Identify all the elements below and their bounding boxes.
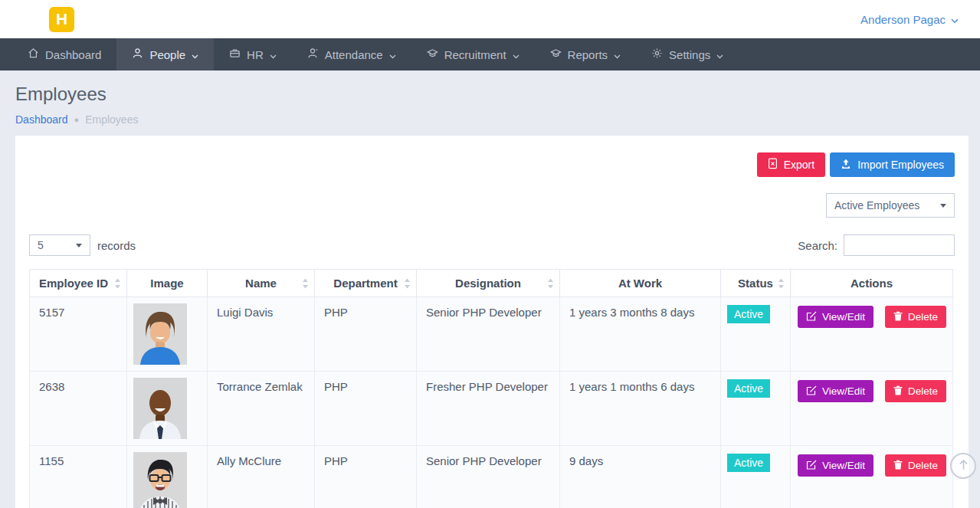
- nav-item-label: Recruitment: [444, 48, 506, 61]
- breadcrumb: Dashboard ● Employees: [15, 113, 957, 126]
- nav-item-attendance[interactable]: Attendance: [292, 38, 411, 70]
- employees-table: Employee ID Image Name Department Design…: [29, 269, 953, 508]
- employee-at-work-cell: 9 days: [560, 446, 721, 508]
- nav-item-label: Attendance: [325, 48, 383, 61]
- page-size-controls: 5 records: [29, 234, 136, 256]
- column-header-image[interactable]: Image: [127, 270, 208, 297]
- arrow-up-icon: [958, 459, 969, 474]
- status-badge: Active: [727, 454, 770, 472]
- employee-photo: [133, 452, 187, 508]
- column-header-at-work[interactable]: At Work: [560, 270, 721, 297]
- nav-item-dashboard[interactable]: Dashboard: [12, 38, 116, 70]
- status-badge: Active: [727, 305, 770, 323]
- column-header-designation[interactable]: Designation: [417, 270, 560, 297]
- employee-filter-select[interactable]: Active Employees: [826, 193, 955, 218]
- column-header-department[interactable]: Department: [315, 270, 417, 297]
- column-header-employee-id[interactable]: Employee ID: [30, 270, 127, 297]
- excel-file-icon: [768, 158, 778, 172]
- trash-icon: [893, 385, 903, 398]
- search-input[interactable]: [844, 234, 955, 256]
- column-header-name[interactable]: Name: [208, 270, 315, 297]
- page-size-select[interactable]: 5: [29, 234, 90, 256]
- records-label: records: [97, 239, 136, 252]
- employee-actions-cell: View/Edit Delete: [791, 446, 953, 508]
- employee-filter-value: Active Employees: [834, 199, 919, 211]
- table-controls: 5 records Search:: [29, 234, 955, 256]
- toolbar: Export Import Employees: [29, 152, 955, 177]
- column-label: At Work: [618, 277, 662, 290]
- person-icon: [307, 48, 319, 61]
- employee-status-cell: Active: [721, 297, 791, 372]
- delete-button-label: Delete: [908, 460, 938, 471]
- search-label: Search:: [798, 239, 837, 252]
- page-header: Employees Dashboard ● Employees: [0, 70, 980, 126]
- table-row: 2638 Torrance Zemlak PHP Fresher: [30, 372, 953, 446]
- user-menu[interactable]: Anderson Pagac: [860, 13, 959, 26]
- chevron-down-icon: [389, 48, 396, 61]
- sort-icon: [302, 278, 309, 289]
- employee-name-cell: Ally McClure: [208, 446, 315, 508]
- employee-image-cell: [127, 372, 208, 446]
- employee-image-cell: [127, 446, 208, 508]
- import-employees-button[interactable]: Import Employees: [830, 152, 955, 177]
- column-label: Actions: [851, 277, 893, 290]
- column-label: Employee ID: [39, 277, 108, 290]
- import-employees-button-label: Import Employees: [857, 159, 944, 171]
- nav-item-hr[interactable]: HR: [214, 38, 292, 70]
- employee-department-cell: PHP: [315, 372, 417, 446]
- view-edit-button-label: View/Edit: [822, 385, 865, 397]
- chevron-down-icon: [513, 48, 519, 61]
- delete-button[interactable]: Delete: [885, 454, 946, 477]
- employee-id-cell: 5157: [30, 297, 127, 372]
- breadcrumb-separator: ●: [74, 115, 80, 124]
- page-size-value: 5: [38, 239, 44, 251]
- main-nav: Dashboard People HR Attendance Recruitme…: [0, 38, 980, 70]
- briefcase-icon: [229, 48, 241, 61]
- employee-status-cell: Active: [721, 372, 791, 446]
- employee-department-cell: PHP: [315, 446, 417, 508]
- employee-department-cell: PHP: [315, 297, 417, 372]
- app-logo[interactable]: H: [49, 7, 74, 32]
- nav-item-settings[interactable]: Settings: [636, 38, 739, 70]
- delete-button-label: Delete: [908, 311, 938, 323]
- nav-item-reports[interactable]: Reports: [535, 38, 637, 70]
- status-badge: Active: [727, 379, 770, 398]
- column-header-status[interactable]: Status: [721, 270, 791, 297]
- search-controls: Search:: [798, 234, 955, 256]
- nav-item-recruitment[interactable]: Recruitment: [411, 38, 535, 70]
- nav-item-label: Settings: [669, 48, 710, 61]
- select-arrow-icon: [76, 244, 82, 247]
- user-name: Anderson Pagac: [860, 13, 946, 26]
- view-edit-button-label: View/Edit: [822, 311, 865, 323]
- column-header-actions: Actions: [791, 270, 953, 297]
- app-logo-letter: H: [56, 10, 67, 28]
- delete-button[interactable]: Delete: [885, 380, 946, 402]
- sort-icon: [404, 278, 411, 289]
- view-edit-button[interactable]: View/Edit: [798, 454, 873, 477]
- employee-at-work-cell: 1 years 3 months 8 days: [560, 297, 721, 372]
- edit-icon: [806, 460, 817, 472]
- employee-designation-cell: Senior PHP Developer: [417, 446, 560, 508]
- employee-status-cell: Active: [721, 446, 791, 508]
- table-header-row: Employee ID Image Name Department Design…: [30, 270, 953, 297]
- employee-name-cell: Torrance Zemlak: [208, 372, 315, 446]
- home-icon: [28, 48, 39, 61]
- view-edit-button[interactable]: View/Edit: [798, 380, 873, 402]
- employee-name-cell: Luigi Davis: [208, 297, 315, 372]
- employee-actions-cell: View/Edit Delete: [791, 372, 953, 446]
- nav-item-label: HR: [247, 48, 264, 61]
- delete-button[interactable]: Delete: [885, 306, 946, 328]
- breadcrumb-dashboard-link[interactable]: Dashboard: [15, 113, 68, 126]
- select-arrow-icon: [940, 204, 946, 208]
- employee-designation-cell: Senior PHP Developer: [417, 297, 560, 372]
- view-edit-button[interactable]: View/Edit: [798, 306, 873, 328]
- top-bar: H Anderson Pagac: [0, 0, 980, 38]
- employee-actions-cell: View/Edit Delete: [791, 297, 953, 372]
- nav-item-people[interactable]: People: [116, 38, 214, 70]
- scroll-to-top-button[interactable]: [950, 453, 976, 479]
- page-title: Employees: [15, 84, 957, 105]
- nav-item-label: People: [149, 48, 185, 61]
- person-icon: [132, 48, 143, 61]
- export-button[interactable]: Export: [757, 152, 825, 177]
- sort-icon: [547, 278, 554, 289]
